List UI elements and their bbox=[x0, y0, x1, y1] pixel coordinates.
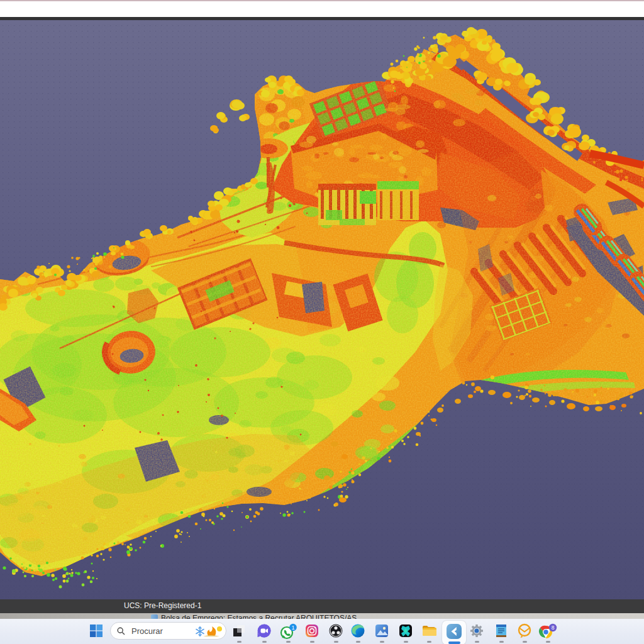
svg-text:1: 1 bbox=[291, 625, 294, 631]
svg-text:8: 8 bbox=[552, 625, 555, 631]
